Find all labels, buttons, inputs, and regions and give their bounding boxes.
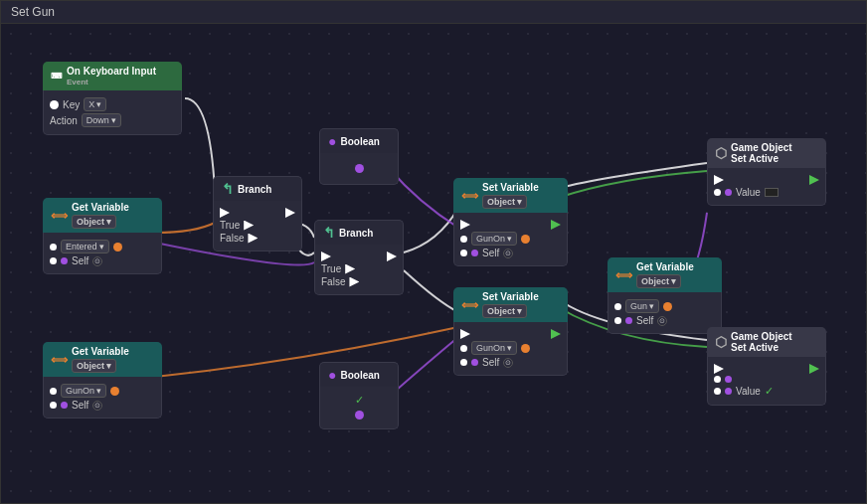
go2-check: ✓ bbox=[765, 385, 774, 398]
go1-exec-out-pin bbox=[809, 175, 819, 185]
branch-2-true-label: True bbox=[321, 263, 341, 274]
self-row-2: Self ⊙ bbox=[50, 400, 155, 411]
go2-exec-in-pin bbox=[714, 364, 724, 374]
get-variable-2-header: ⟺ Get Variable Object ▾ bbox=[43, 342, 162, 377]
gun-dropdown[interactable]: Gun ▾ bbox=[625, 299, 659, 313]
title-bar: Set Gun bbox=[1, 1, 866, 24]
gunon-pin bbox=[110, 387, 119, 396]
boolean-1-title: Boolean bbox=[340, 136, 379, 147]
branch-2-exec-in bbox=[321, 252, 397, 261]
sv1-gunon-dropdown[interactable]: GunOn ▾ bbox=[471, 232, 517, 246]
get-variable-3-dropdown[interactable]: Object ▾ bbox=[636, 274, 681, 288]
set-variable-2-dropdown[interactable]: Object ▾ bbox=[482, 304, 527, 318]
go1-value-pin bbox=[725, 189, 732, 196]
entered-pin bbox=[113, 243, 122, 252]
sv1-gunon-pin bbox=[521, 235, 530, 244]
self-target-1: ⊙ bbox=[92, 256, 102, 266]
get-variable-1-dropdown[interactable]: Object ▾ bbox=[72, 215, 116, 229]
branch-1-false: False bbox=[220, 233, 295, 244]
boolean-2-header: ● Boolean bbox=[319, 362, 399, 387]
go2-exec-row bbox=[714, 364, 819, 374]
main-window: Set Gun bbox=[0, 0, 867, 504]
branch-1-true: True bbox=[220, 220, 295, 231]
game-object-2-title: Game Object bbox=[731, 331, 792, 342]
gv3-self-pin bbox=[614, 317, 621, 324]
action-dropdown[interactable]: Down ▾ bbox=[82, 113, 121, 127]
set-variable-1-title: Set Variable bbox=[482, 182, 539, 193]
self-exec-pin-2 bbox=[50, 402, 57, 409]
boolean-1-body bbox=[319, 153, 399, 185]
get-variable-1-title: Get Variable bbox=[72, 202, 129, 213]
key-dropdown[interactable]: X ▾ bbox=[84, 97, 106, 111]
self-exec-pin bbox=[50, 257, 57, 264]
boolean-1-header: ● Boolean bbox=[319, 128, 399, 153]
set-variable-1-node: ⟺ Set Variable Object ▾ bbox=[453, 178, 568, 266]
game-object-1-subtitle: Set Active bbox=[731, 153, 792, 164]
self-label-1: Self bbox=[72, 255, 88, 266]
get-variable-3-node: ⟺ Get Variable Object ▾ Gun ▾ bbox=[607, 257, 722, 334]
branch-1-false-label: False bbox=[220, 233, 244, 244]
game-object-2-node: ⬡ Game Object Set Active bbox=[707, 327, 826, 406]
branch-1-false-pin bbox=[248, 234, 258, 244]
go1-value-box bbox=[765, 188, 779, 197]
go2-value-label: Value bbox=[736, 386, 761, 397]
set-variable-2-body: GunOn ▾ Self ⊙ bbox=[453, 322, 568, 376]
sv2-gunon-pin bbox=[521, 344, 530, 353]
keyboard-input-subtitle: Event bbox=[67, 78, 156, 86]
go1-self-pin bbox=[714, 189, 721, 196]
boolean-2-check: ✓ bbox=[355, 394, 364, 407]
get-variable-2-dropdown[interactable]: Object ▾ bbox=[72, 359, 116, 373]
branch-2-body: True False bbox=[314, 245, 404, 295]
sv2-gunon-row: GunOn ▾ bbox=[460, 341, 561, 355]
window-title: Set Gun bbox=[11, 5, 55, 19]
keyboard-input-node: ⌨ On Keyboard Input Event Key X ▾ Action bbox=[43, 62, 182, 135]
get-variable-2-node: ⟺ Get Variable Object ▾ GunOn ▾ bbox=[43, 342, 162, 419]
gv3-self-row: Self ⊙ bbox=[614, 315, 715, 326]
entered-dropdown[interactable]: Entered ▾ bbox=[61, 240, 109, 253]
sv1-exec-pin bbox=[460, 236, 467, 243]
branch-1-exec-out-pin bbox=[285, 208, 295, 218]
set-variable-1-dropdown[interactable]: Object ▾ bbox=[482, 195, 527, 209]
game-object-1-header: ⬡ Game Object Set Active bbox=[707, 138, 826, 168]
sv1-self-label: Self bbox=[482, 248, 499, 258]
go2-self-pin bbox=[714, 376, 721, 383]
branch-1-node: ↰ Branch True False bbox=[213, 176, 302, 252]
game-object-2-body: Value ✓ bbox=[707, 357, 826, 406]
branch-1-body: True False bbox=[213, 201, 302, 252]
sv2-self-row: Self ⊙ bbox=[460, 357, 561, 368]
sv1-self-pin bbox=[460, 250, 467, 256]
go2-self-row bbox=[714, 376, 819, 383]
go1-exec-row bbox=[714, 175, 819, 185]
self-target-2: ⊙ bbox=[92, 401, 102, 411]
game-object-2-header: ⬡ Game Object Set Active bbox=[707, 327, 826, 357]
get-variable-3-header: ⟺ Get Variable Object ▾ bbox=[607, 257, 722, 292]
set-variable-1-body: GunOn ▾ Self ⊙ bbox=[453, 213, 568, 266]
node-canvas[interactable]: ⌨ On Keyboard Input Event Key X ▾ Action bbox=[1, 24, 866, 503]
keyboard-input-header: ⌨ On Keyboard Input Event bbox=[43, 62, 182, 90]
boolean-2-body: ✓ bbox=[319, 387, 399, 429]
set-variable-2-node: ⟺ Set Variable Object ▾ bbox=[453, 287, 568, 376]
sv2-gunon-dropdown[interactable]: GunOn ▾ bbox=[471, 341, 517, 355]
branch-2-header: ↰ Branch bbox=[314, 220, 404, 245]
entered-row: Entered ▾ bbox=[50, 240, 155, 253]
branch-1-header: ↰ Branch bbox=[213, 176, 302, 201]
gv3-object-pin bbox=[625, 317, 632, 324]
key-row: Key X ▾ bbox=[50, 97, 175, 111]
sv2-self-pin bbox=[460, 359, 467, 366]
branch-2-false-label: False bbox=[321, 276, 345, 287]
go2-value-pin bbox=[714, 388, 721, 395]
sv2-self-label: Self bbox=[482, 357, 499, 368]
sv2-target: ⊙ bbox=[503, 358, 513, 368]
get-variable-1-node: ⟺ Get Variable Object ▾ Entered ▾ bbox=[43, 198, 162, 274]
keyboard-input-title: On Keyboard Input bbox=[67, 66, 156, 77]
sv2-exec-in-pin bbox=[460, 329, 470, 339]
self-row-1: Self ⊙ bbox=[50, 255, 155, 266]
action-row: Action Down ▾ bbox=[50, 113, 175, 127]
gunon-dropdown[interactable]: GunOn ▾ bbox=[61, 384, 106, 398]
gun-row: Gun ▾ bbox=[614, 299, 715, 313]
keyboard-input-body: Key X ▾ Action Down ▾ bbox=[43, 90, 182, 135]
go2-value-pin-2 bbox=[725, 388, 732, 395]
game-object-1-title: Game Object bbox=[731, 142, 792, 153]
get-variable-3-title: Get Variable bbox=[636, 261, 694, 272]
game-object-2-subtitle: Set Active bbox=[731, 342, 792, 353]
